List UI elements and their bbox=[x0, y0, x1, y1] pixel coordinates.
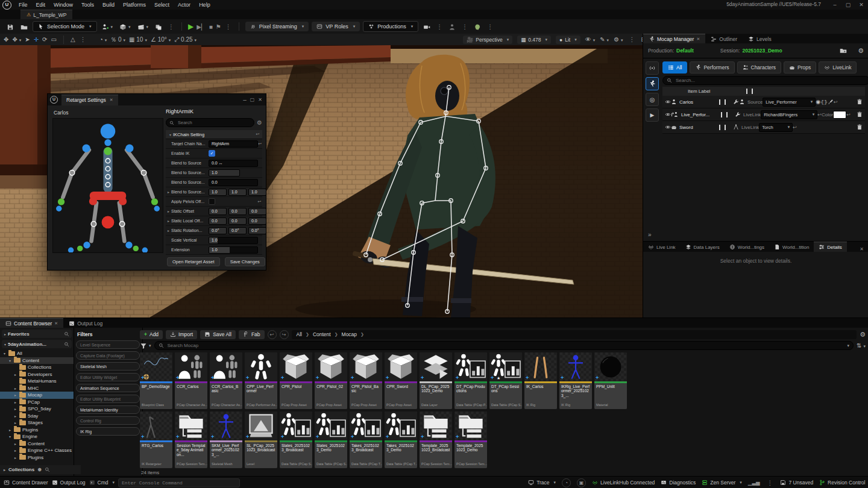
back-icon[interactable]: ↩ bbox=[268, 330, 277, 339]
filter-pill[interactable]: Capture Data (Footage) bbox=[76, 351, 140, 360]
property-row[interactable]: ▸Static Local Off...0.00.00.0 bbox=[166, 216, 262, 226]
cinematics-icon[interactable]: ▾ bbox=[136, 22, 151, 30]
pause-icon[interactable] bbox=[719, 125, 726, 130]
slider-field[interactable]: 0.0 ↔ bbox=[209, 160, 258, 167]
breadcrumb-content[interactable]: Content bbox=[313, 331, 331, 337]
tree-arrow-icon[interactable]: ▸ bbox=[13, 407, 17, 411]
viewport-more-icon[interactable]: ⋮ bbox=[79, 36, 87, 43]
vector-field[interactable]: 0.0 bbox=[209, 208, 227, 215]
asset-search-input[interactable] bbox=[166, 342, 530, 349]
asset-tile[interactable]: +IKRig_Live_Performer_20251023_...IK Rig bbox=[559, 352, 592, 409]
productions-dropdown[interactable]: Productions▾ bbox=[363, 21, 418, 32]
livelink-hub-status[interactable]: LiveLinkHub Connected bbox=[592, 480, 655, 486]
session-browser-icon[interactable] bbox=[840, 47, 847, 54]
rotate-tool-icon[interactable]: ⟳ bbox=[42, 36, 47, 43]
expand-icon[interactable]: ▸ bbox=[166, 228, 171, 233]
visibility-icon[interactable] bbox=[665, 124, 671, 130]
mocap-settings-icon[interactable]: ⚙ bbox=[858, 47, 864, 55]
pause-all-icon[interactable] bbox=[746, 89, 753, 94]
expand-icon[interactable]: ▸ bbox=[166, 219, 171, 223]
tree-item-metahumans[interactable]: MetaHumans bbox=[0, 378, 74, 385]
property-row[interactable]: Apply Pelvis Off...↩ bbox=[166, 197, 262, 207]
insights-icon[interactable]: ◔ bbox=[562, 478, 571, 487]
trace-dropdown[interactable]: Trace▾ bbox=[528, 480, 556, 486]
project-search-icon[interactable] bbox=[64, 341, 69, 346]
mocap-filter-characters[interactable]: Characters bbox=[737, 61, 782, 74]
text-field[interactable]: RightArm bbox=[209, 140, 258, 148]
tree-item-engine-c-classes[interactable]: ▸Engine C++ Classes bbox=[0, 447, 74, 454]
mocap-filter-livelink[interactable]: LiveLink bbox=[819, 61, 857, 74]
toolbar-overflow-icon[interactable]: ⋮ bbox=[167, 23, 175, 30]
content-drawer-button[interactable]: Content Drawer bbox=[4, 480, 48, 486]
asset-tile[interactable]: +CCR_Carlos_BasicPCap Character As... bbox=[210, 352, 242, 409]
asset-tile[interactable]: +CCR_CarlosPCap Character As... bbox=[175, 352, 207, 409]
breadcrumb-mocap[interactable]: Mocap bbox=[342, 331, 357, 337]
property-row[interactable]: Target Chain Na...RightArm↩ bbox=[166, 139, 262, 149]
pause-icon[interactable] bbox=[721, 112, 728, 117]
item-label-header[interactable]: Item Label bbox=[688, 89, 710, 94]
brackets-icon[interactable]: ⦃⦄ bbox=[820, 99, 828, 105]
performer-tool-icon[interactable] bbox=[447, 22, 458, 30]
asset-tile[interactable]: +SKM_Live_Performer_20251023_...Skeletal… bbox=[210, 411, 242, 468]
pause-icon[interactable] bbox=[719, 99, 726, 105]
collections-row[interactable]: ▸ Collections ⊕ bbox=[0, 465, 81, 474]
tab-details[interactable]: Details bbox=[814, 242, 846, 252]
vector-field[interactable]: 1.0 bbox=[248, 189, 266, 196]
tab-close-icon[interactable]: ✕ bbox=[696, 37, 700, 42]
close-button[interactable]: ✕ bbox=[855, 0, 868, 10]
asset-tile[interactable]: +DL_PCap_20251023_DemoData Layer bbox=[420, 352, 452, 409]
tree-item-mocap[interactable]: ▸Mocap bbox=[0, 392, 74, 399]
filter-pill[interactable]: Control Rig bbox=[76, 416, 140, 425]
scale-tool-icon[interactable]: ▭ bbox=[51, 36, 56, 43]
retarget-settings-icon[interactable]: ⚙ bbox=[257, 119, 262, 126]
tab-close-icon[interactable]: ✕ bbox=[54, 321, 58, 326]
restore-button[interactable]: ▢ bbox=[841, 0, 855, 10]
vector-field[interactable]: 0.0° bbox=[248, 227, 266, 234]
viewport-settings-icon[interactable]: ⚙▾ bbox=[614, 36, 623, 43]
expand-panel-icon[interactable]: » bbox=[648, 231, 652, 238]
tree-arrow-icon[interactable]: ▸ bbox=[13, 400, 17, 404]
menu-file[interactable]: File bbox=[14, 1, 32, 8]
output-log-button[interactable]: Output Log bbox=[52, 480, 86, 486]
record-icon[interactable]: ◉ bbox=[816, 99, 820, 105]
vector-field[interactable]: 0.0 bbox=[228, 208, 247, 215]
mocap-search[interactable] bbox=[662, 76, 868, 85]
tree-item-content[interactable]: ▾Content bbox=[0, 357, 74, 364]
pixel-streaming-dropdown[interactable]: Pixel Streaming▾ bbox=[245, 22, 309, 31]
tree-item-engine[interactable]: ▾Engine bbox=[0, 433, 74, 440]
reset-icon[interactable]: ↩ bbox=[793, 125, 797, 130]
menu-tools[interactable]: Tools bbox=[77, 1, 98, 8]
color-swatch[interactable] bbox=[833, 111, 846, 119]
reset-icon[interactable]: ↩ bbox=[846, 112, 851, 117]
asset-tile[interactable]: +CPR_SwordPCap Prop Asset bbox=[385, 352, 417, 409]
checkbox[interactable] bbox=[209, 198, 215, 205]
tab-content-browser[interactable]: Content Browser✕ bbox=[0, 318, 63, 328]
forward-icon[interactable]: ↪ bbox=[280, 330, 289, 339]
tab-world-tings[interactable]: World...tings bbox=[725, 242, 769, 252]
retarget-search-input[interactable] bbox=[177, 119, 245, 126]
sort-view-icon[interactable]: ⇅▾ bbox=[857, 342, 866, 349]
reset-icon[interactable]: ↩ bbox=[817, 112, 822, 117]
add-collection-icon[interactable]: ⊕ bbox=[37, 467, 42, 472]
value-field[interactable]: 0.0 bbox=[209, 179, 258, 186]
reset-icon[interactable]: ↩ bbox=[257, 199, 262, 204]
menu-window[interactable]: Window bbox=[49, 1, 77, 8]
asset-tile[interactable]: +Takes_20251023_BroadcastData Table (PCa… bbox=[350, 411, 382, 468]
vector-field[interactable]: 1.0 bbox=[228, 189, 247, 196]
asset-tile[interactable]: +CPR_PistolPCap Prop Asset bbox=[280, 352, 312, 409]
diagnostics-button[interactable]: Diagnostics bbox=[661, 480, 696, 486]
reset-icon[interactable]: ↩ bbox=[258, 142, 263, 146]
perspective-dropdown[interactable]: 🎥Perspective▾ bbox=[463, 36, 512, 44]
property-row[interactable]: ▸Static Rotation...0.0°0.0°0.0° bbox=[166, 226, 262, 236]
play-detached-button[interactable]: ▶▏ bbox=[197, 23, 206, 30]
asset-tile[interactable]: +Template_20251023_BroadcastPCap Session… bbox=[420, 411, 452, 468]
stop-button[interactable]: ■ bbox=[209, 23, 213, 30]
property-row[interactable]: Enable IK✓ bbox=[166, 149, 262, 158]
select-tool-icon[interactable]: ➤ bbox=[25, 36, 30, 43]
retarget-tab-close-icon[interactable]: ✕ bbox=[110, 98, 113, 102]
mocap-filter-performers[interactable]: Performers bbox=[690, 61, 734, 74]
property-row[interactable]: Scale Vertical1.0 bbox=[166, 236, 262, 245]
filter-pill[interactable]: IK Rig bbox=[76, 427, 140, 436]
collections-search-icon[interactable] bbox=[45, 467, 50, 472]
livelink-mode-icon[interactable] bbox=[646, 61, 659, 75]
